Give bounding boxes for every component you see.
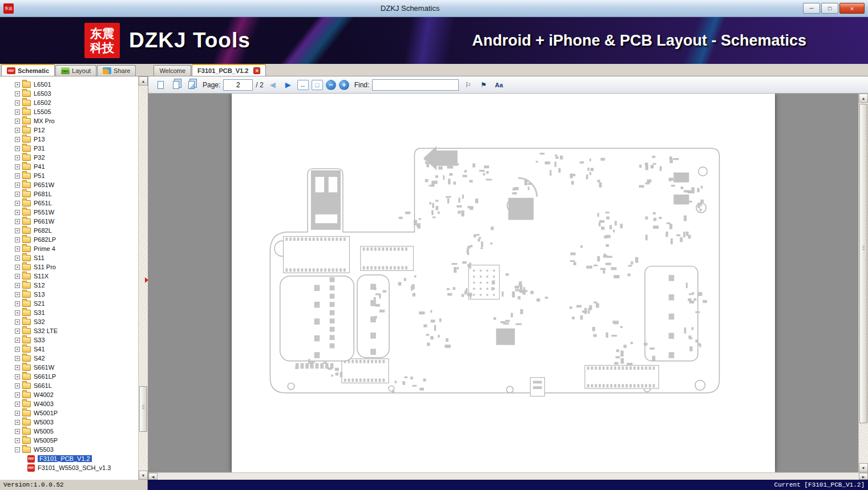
tree-item-p13[interactable]: +P13 bbox=[15, 135, 138, 144]
tree-item-p651l[interactable]: +P651L bbox=[15, 199, 138, 208]
tree-item-p551w[interactable]: +P551W bbox=[15, 208, 138, 217]
collapse-icon[interactable]: − bbox=[15, 447, 20, 452]
tree-item-s32-lte[interactable]: +S32 LTE bbox=[15, 326, 138, 335]
expand-icon[interactable]: + bbox=[15, 402, 20, 407]
expand-icon[interactable]: + bbox=[15, 292, 20, 297]
font-size-button[interactable]: Aa bbox=[492, 79, 505, 91]
expand-icon[interactable]: + bbox=[15, 128, 20, 133]
expand-icon[interactable]: + bbox=[15, 347, 20, 352]
expand-icon[interactable]: + bbox=[15, 310, 20, 315]
expand-icon[interactable]: + bbox=[15, 201, 20, 206]
tree-item-p682l[interactable]: +P682L bbox=[15, 226, 138, 235]
pcb-page[interactable] bbox=[232, 94, 775, 472]
expand-icon[interactable]: + bbox=[15, 146, 20, 151]
single-page-icon[interactable] bbox=[154, 79, 167, 91]
doc-tab-f3101-pcb-v1-2[interactable]: F3101_PCB_V1.2× bbox=[192, 64, 266, 76]
expand-icon[interactable]: + bbox=[15, 155, 20, 160]
tree-item-w5001p[interactable]: +W5001P bbox=[15, 408, 138, 418]
expand-icon[interactable]: + bbox=[15, 228, 20, 233]
tree-item-w5005p[interactable]: +W5005P bbox=[15, 436, 138, 445]
close-tab-icon[interactable]: × bbox=[253, 67, 260, 74]
tree-item-w4002[interactable]: +W4002 bbox=[15, 390, 138, 399]
main-tab-schematic[interactable]: PDFSchematic bbox=[1, 64, 55, 76]
main-tab-layout[interactable]: PADSLayout bbox=[55, 65, 96, 76]
expand-icon[interactable]: + bbox=[15, 420, 20, 425]
scroll-down-icon[interactable]: ▼ bbox=[139, 471, 148, 480]
tree-item-s31[interactable]: +S31 bbox=[15, 308, 138, 317]
viewer-scroll-down-icon[interactable]: ▼ bbox=[859, 463, 868, 472]
fit-page-button[interactable]: □ bbox=[312, 80, 323, 90]
tree-item-mx-pro[interactable]: +MX Pro bbox=[15, 116, 138, 125]
viewer-hscrollbar[interactable]: ◀ ▶ bbox=[148, 472, 868, 480]
tree-item-s33[interactable]: +S33 bbox=[15, 335, 138, 345]
next-page-button[interactable]: ▶ bbox=[282, 79, 294, 91]
expand-icon[interactable]: + bbox=[15, 319, 20, 325]
tree-item-f3101-pcb-v1-2[interactable]: PDFF3101_PCB_V1.2 bbox=[15, 454, 138, 463]
viewer-scroll-left-icon[interactable]: ◀ bbox=[148, 473, 158, 480]
expand-icon[interactable]: + bbox=[15, 329, 20, 334]
tree-item-s11-pro[interactable]: +S11 Pro bbox=[15, 262, 138, 272]
page-input[interactable] bbox=[223, 79, 253, 91]
expand-icon[interactable]: + bbox=[15, 301, 20, 306]
tree-item-w5005[interactable]: +W5005 bbox=[15, 427, 138, 436]
find-next-button[interactable]: ⚑ bbox=[477, 79, 490, 91]
viewer-scroll-track[interactable] bbox=[859, 103, 868, 463]
expand-icon[interactable]: + bbox=[15, 338, 20, 343]
expand-icon[interactable]: + bbox=[15, 356, 20, 361]
facing-pages-icon[interactable] bbox=[169, 79, 182, 91]
viewer-scroll-up-icon[interactable]: ▲ bbox=[859, 94, 868, 103]
expand-icon[interactable]: + bbox=[15, 411, 20, 416]
tree-item-p31[interactable]: +P31 bbox=[15, 144, 138, 153]
scroll-up-icon[interactable]: ▲ bbox=[139, 76, 148, 86]
tree-item-s661w[interactable]: +S661W bbox=[15, 363, 138, 372]
expand-icon[interactable]: + bbox=[15, 192, 20, 197]
viewer-scrollbar[interactable]: ▲ ▼ bbox=[858, 94, 868, 472]
viewer-scroll-right-icon[interactable]: ▶ bbox=[859, 473, 868, 480]
tree-item-s32[interactable]: +S32 bbox=[15, 317, 138, 326]
tree-item-s12[interactable]: +S12 bbox=[15, 281, 138, 290]
expand-icon[interactable]: + bbox=[15, 110, 20, 115]
tree-item-s11[interactable]: +S11 bbox=[15, 253, 138, 262]
tree-item-s11x[interactable]: +S11X bbox=[15, 272, 138, 281]
continuous-pages-icon[interactable] bbox=[185, 79, 197, 91]
minimize-button[interactable]: ─ bbox=[803, 3, 820, 14]
expand-icon[interactable]: + bbox=[15, 256, 20, 261]
find-prev-button[interactable]: ⚐ bbox=[462, 79, 474, 91]
expand-icon[interactable]: + bbox=[15, 91, 20, 96]
tree-item-s13[interactable]: +S13 bbox=[15, 290, 138, 299]
tree-item-f3101-w5503-sch-v1-3[interactable]: PDFF3101_W5503_SCH_v1.3 bbox=[15, 463, 138, 472]
zoom-out-button[interactable]: − bbox=[326, 80, 336, 90]
expand-icon[interactable]: + bbox=[15, 119, 20, 124]
expand-icon[interactable]: + bbox=[15, 100, 20, 106]
zoom-in-button[interactable]: + bbox=[339, 80, 349, 90]
tree-item-l6503[interactable]: +L6503 bbox=[15, 89, 138, 98]
sidebar-scroll-thumb[interactable] bbox=[139, 386, 147, 432]
tree-item-prime-4[interactable]: +Prime 4 bbox=[15, 244, 138, 253]
tree-item-p661w[interactable]: +P661W bbox=[15, 217, 138, 226]
expand-icon[interactable]: + bbox=[15, 246, 20, 252]
expand-icon[interactable]: + bbox=[15, 164, 20, 169]
tree-item-s661lp[interactable]: +S661LP bbox=[15, 372, 138, 381]
splitter-handle-icon[interactable] bbox=[145, 277, 148, 283]
prev-page-button[interactable]: ◀ bbox=[267, 79, 279, 91]
expand-icon[interactable]: + bbox=[15, 383, 20, 388]
expand-icon[interactable]: + bbox=[15, 374, 20, 379]
expand-icon[interactable]: + bbox=[15, 438, 20, 443]
expand-icon[interactable]: + bbox=[15, 183, 20, 188]
expand-icon[interactable]: + bbox=[15, 429, 20, 434]
doc-tab-welcome[interactable]: Welcome bbox=[154, 65, 191, 76]
close-button[interactable]: × bbox=[839, 3, 865, 14]
expand-icon[interactable]: + bbox=[15, 82, 20, 87]
tree-item-p651w[interactable]: +P651W bbox=[15, 180, 138, 189]
expand-icon[interactable]: + bbox=[15, 210, 20, 215]
tree-item-p681l[interactable]: +P681L bbox=[15, 189, 138, 199]
tree-item-l6502[interactable]: +L6502 bbox=[15, 98, 138, 107]
expand-icon[interactable]: + bbox=[15, 237, 20, 242]
expand-icon[interactable]: + bbox=[15, 283, 20, 288]
tree-item-p682lp[interactable]: +P682LP bbox=[15, 235, 138, 244]
expand-icon[interactable]: + bbox=[15, 365, 20, 370]
expand-icon[interactable]: + bbox=[15, 392, 20, 398]
fit-width-button[interactable]: ↔ bbox=[297, 80, 309, 90]
viewer-hscroll-track[interactable] bbox=[158, 473, 859, 480]
maximize-button[interactable]: □ bbox=[821, 3, 838, 14]
